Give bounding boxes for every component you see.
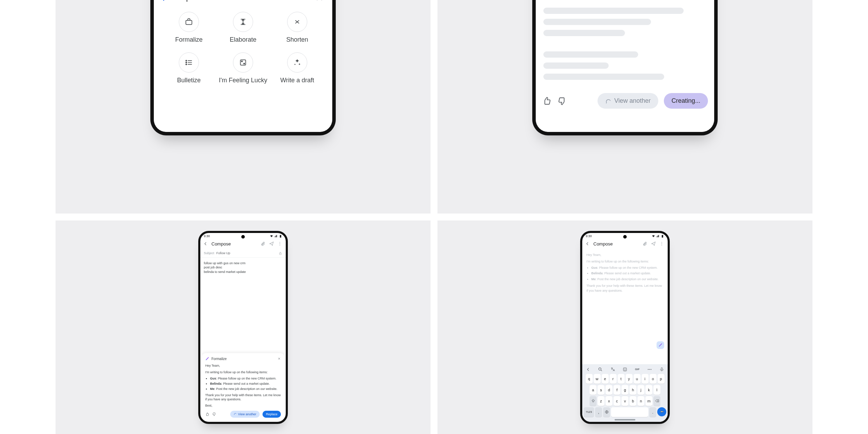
option-grid: Formalize Elaborate Shorten Bulletize [160, 9, 326, 84]
key-a[interactable]: a [590, 385, 596, 395]
chevron-left-icon[interactable] [586, 367, 591, 372]
thumbs-up-icon[interactable] [205, 412, 209, 416]
compose-title: Compose [593, 241, 639, 247]
svg-point-12 [279, 245, 280, 245]
mic-icon[interactable] [659, 367, 664, 372]
panel-compose-keyboard: 9:30 Compose Hey Team, I'm writing to fo… [437, 220, 812, 434]
backspace-key[interactable] [653, 396, 660, 406]
svg-point-3 [186, 60, 187, 61]
wifi-icon [652, 234, 655, 238]
enter-key[interactable] [657, 407, 666, 416]
key-v[interactable]: v [621, 396, 628, 406]
key-l[interactable]: l [653, 385, 660, 395]
status-time: 9:30 [204, 234, 210, 238]
more-icon[interactable] [659, 241, 664, 246]
subject-row[interactable]: Subject Follow Up [200, 249, 286, 258]
key-t[interactable]: t [618, 374, 625, 384]
key-n[interactable]: n [637, 396, 644, 406]
option-feeling-lucky[interactable]: I'm Feeling Lucky [218, 52, 268, 84]
key-i[interactable]: i [642, 374, 649, 384]
gif-button[interactable]: GIF [635, 368, 640, 371]
language-key[interactable] [603, 407, 610, 417]
close-icon[interactable] [277, 357, 281, 360]
option-shorten[interactable]: Shorten [272, 12, 323, 43]
more-icon[interactable] [277, 241, 282, 246]
option-bulletize[interactable]: Bulletize [164, 52, 214, 84]
option-elaborate[interactable]: Elaborate [218, 12, 268, 43]
key-h[interactable]: h [629, 385, 636, 395]
key-y[interactable]: y [626, 374, 633, 384]
key-g[interactable]: g [621, 385, 628, 395]
close-icon[interactable] [315, 0, 324, 2]
compose-toolbar: Compose [200, 239, 286, 249]
back-icon[interactable] [585, 241, 590, 246]
thumbs-down-icon[interactable] [212, 412, 216, 416]
more-horizontal-icon[interactable] [647, 367, 652, 372]
compose-body[interactable]: Hey Team, I'm writing to follow up on th… [582, 249, 668, 295]
subject-value: Follow Up [216, 251, 230, 255]
back-icon[interactable] [203, 241, 208, 246]
option-formalize[interactable]: Formalize [164, 12, 214, 43]
key-d[interactable]: d [606, 385, 612, 395]
nav-handle[interactable] [615, 419, 635, 420]
view-another-button[interactable]: View another [598, 93, 658, 109]
key-m[interactable]: m [645, 396, 652, 406]
key-x[interactable]: x [606, 396, 612, 406]
key-r[interactable]: r [610, 374, 617, 384]
svg-point-8 [244, 63, 245, 64]
attachment-icon[interactable] [261, 241, 266, 246]
svg-point-23 [651, 369, 651, 370]
emoji-key[interactable]: , [595, 407, 602, 417]
wifi-icon [270, 234, 273, 238]
key-e[interactable]: e [602, 374, 609, 384]
send-icon[interactable] [651, 241, 656, 246]
svg-point-20 [625, 369, 626, 369]
sticker-icon[interactable] [623, 367, 627, 372]
sheet-title: Help me write [175, 0, 311, 2]
key-p[interactable]: p [658, 374, 665, 384]
key-q[interactable]: q [586, 374, 593, 384]
bullet-item: Gus: Please follow up on the new CRM sys… [210, 376, 281, 381]
bullet-item: Belinda: Please send out a market update… [591, 271, 663, 276]
svg-rect-24 [661, 367, 662, 369]
numbers-key[interactable]: ?123 [584, 407, 594, 417]
search-icon[interactable] [598, 367, 603, 372]
bullet-item: Me: Post the new job description on our … [210, 387, 281, 391]
svg-rect-13 [279, 253, 282, 254]
thumbs-up-icon[interactable] [542, 96, 552, 106]
camera-dot [623, 235, 627, 239]
formalize-preview-sheet: Formalize Hey Team, I'm writing to follo… [202, 353, 284, 420]
shift-key[interactable] [590, 396, 596, 406]
svg-point-17 [599, 368, 601, 370]
attachment-icon[interactable] [643, 241, 648, 246]
view-another-button[interactable]: View another [230, 411, 260, 418]
bullet-item: Belinda: Please send out a market update… [210, 382, 281, 386]
key-o[interactable]: o [650, 374, 657, 384]
key-u[interactable]: u [634, 374, 641, 384]
translate-icon[interactable] [610, 367, 615, 372]
key-j[interactable]: j [637, 385, 644, 395]
key-w[interactable]: w [594, 374, 601, 384]
creating-button[interactable]: Creating... [664, 93, 708, 109]
key-k[interactable]: k [645, 385, 652, 395]
compose-body[interactable]: follow up with gus on new crm post job d… [200, 258, 286, 276]
svg-point-14 [661, 242, 662, 243]
space-key[interactable] [611, 407, 648, 417]
key-z[interactable]: z [598, 396, 604, 406]
period-key[interactable]: . [649, 407, 656, 417]
key-c[interactable]: c [614, 396, 620, 406]
option-write-draft[interactable]: Write a draft [272, 52, 323, 84]
phone-frame: Formalize [532, 0, 718, 135]
key-b[interactable]: b [629, 396, 636, 406]
help-me-write-fab[interactable] [657, 341, 664, 349]
phone-frame: 9:30 Compose Hey Team, I'm writing to fo… [580, 231, 670, 424]
thumbs-down-icon[interactable] [557, 96, 567, 106]
signal-icon [656, 234, 660, 238]
keyboard-row: asdfghjkl [584, 385, 666, 395]
send-icon[interactable] [269, 241, 274, 246]
compose-title: Compose [211, 241, 257, 247]
key-s[interactable]: s [598, 385, 604, 395]
key-f[interactable]: f [614, 385, 620, 395]
replace-button[interactable]: Replace [262, 411, 281, 418]
bullet-item: Gus: Please follow up on the new CRM sys… [591, 266, 663, 270]
